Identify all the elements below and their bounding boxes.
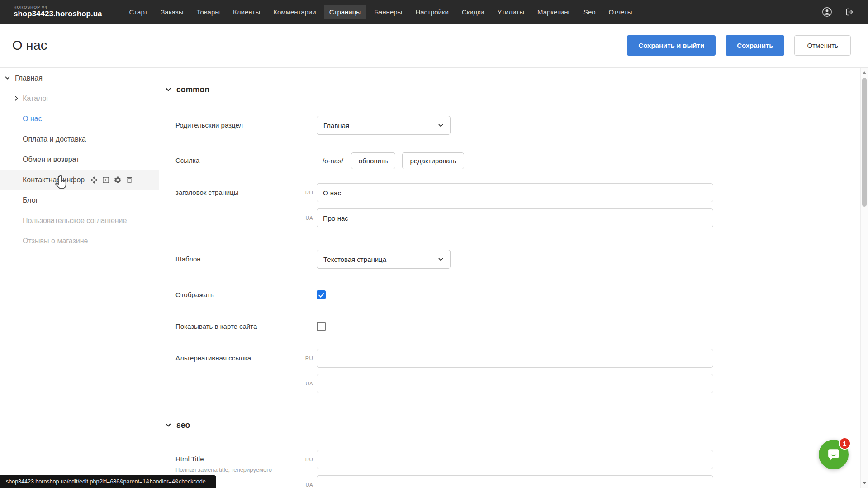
- page-slug: /o-nas/: [317, 157, 343, 165]
- menu-item-orders[interactable]: Заказы: [155, 5, 189, 19]
- html-title-ru-input[interactable]: [317, 450, 713, 469]
- tree-item-blog[interactable]: Блог: [0, 190, 159, 210]
- tree-item-about[interactable]: О нас: [0, 109, 159, 129]
- edit-link-button[interactable]: редактировать: [402, 152, 464, 169]
- scrollbar-thumb[interactable]: [862, 78, 867, 207]
- menu-item-banners[interactable]: Баннеры: [369, 5, 408, 19]
- menu-item-reports[interactable]: Отчеты: [603, 5, 638, 19]
- tree-item-label: Главная: [15, 74, 43, 82]
- template-value: Текстовая страница: [323, 256, 386, 263]
- move-icon[interactable]: [90, 176, 98, 184]
- save-and-exit-button[interactable]: Сохранить и выйти: [627, 35, 716, 56]
- page-title: О нас: [12, 38, 47, 53]
- parent-section-label: Родительский раздел: [175, 121, 300, 130]
- tree-item-label: О нас: [23, 115, 42, 123]
- sitemap-label: Показывать в карте сайта: [175, 322, 300, 331]
- chat-bubble-icon: [825, 446, 842, 463]
- menu-item-pages[interactable]: Страницы: [324, 5, 366, 19]
- lang-tag-ru: RU: [299, 190, 313, 195]
- cancel-button[interactable]: Отменить: [794, 35, 851, 56]
- chat-unread-badge: 1: [839, 437, 851, 450]
- scrollbar-up-arrow[interactable]: [863, 71, 866, 74]
- alt-link-ua-input[interactable]: [317, 374, 713, 393]
- page-heading-ru-input[interactable]: [317, 183, 713, 202]
- tree-item-actions: [90, 176, 133, 184]
- menu-item-marketing[interactable]: Маркетинг: [532, 5, 576, 19]
- menu-item-comments[interactable]: Комментарии: [268, 5, 321, 19]
- top-navbar: HOROSHOP V4 shop34423.horoshop.ua Старт …: [0, 0, 868, 24]
- tree-item-payment-delivery[interactable]: Оплата и доставка: [0, 129, 159, 149]
- html-title-hint: Полная замена title, генерируемого: [175, 466, 300, 474]
- tree-item-exchange-return[interactable]: Обмен и возврат: [0, 149, 159, 170]
- alt-link-label: Альтернативная ссылка: [175, 354, 300, 363]
- chevron-down-icon: [165, 422, 171, 428]
- add-page-icon[interactable]: [102, 176, 110, 184]
- main-menu: Старт Заказы Товары Клиенты Комментарии …: [124, 5, 638, 19]
- menu-item-settings[interactable]: Настройки: [410, 5, 454, 19]
- page-heading-label: заголовок страницы: [175, 188, 300, 197]
- display-label: Отображать: [175, 290, 300, 299]
- parent-section-select[interactable]: Главная: [317, 116, 451, 135]
- lang-tag-ua: UA: [299, 215, 313, 221]
- parent-section-value: Главная: [323, 122, 349, 129]
- pages-tree-sidebar: Главная Каталог О нас Оплата и доставка …: [0, 68, 159, 488]
- settings-gear-icon[interactable]: [114, 176, 122, 184]
- logout-icon[interactable]: [845, 7, 854, 17]
- save-button[interactable]: Сохранить: [726, 35, 784, 56]
- lang-tag-ru: RU: [299, 457, 313, 462]
- sitemap-checkbox[interactable]: [317, 322, 326, 331]
- tree-item-catalog[interactable]: Каталог: [0, 88, 159, 109]
- tree-item-label: Каталог: [23, 95, 49, 103]
- section-common-label: common: [176, 85, 209, 95]
- chevron-down-icon[interactable]: [5, 75, 10, 81]
- brand-logo[interactable]: HOROSHOP V4 shop34423.horoshop.ua: [14, 5, 102, 19]
- menu-item-clients[interactable]: Клиенты: [228, 5, 266, 19]
- tree-item-label: Оплата и доставка: [23, 135, 86, 143]
- tree-item-user-agreement[interactable]: Пользовательское соглашение: [0, 210, 159, 231]
- page-heading-ua-input[interactable]: [317, 208, 713, 227]
- page-header: О нас Сохранить и выйти Сохранить Отмени…: [0, 24, 868, 68]
- scrollbar-down-arrow[interactable]: [863, 482, 866, 484]
- tree-item-label: Пользовательское соглашение: [23, 217, 127, 225]
- template-label: Шаблон: [175, 255, 300, 264]
- display-checkbox[interactable]: [317, 290, 326, 299]
- tree-item-label: Обмен и возврат: [23, 156, 79, 164]
- section-seo[interactable]: seo: [165, 420, 860, 431]
- html-title-label: Html Title Полная замена title, генериру…: [175, 455, 300, 474]
- section-seo-label: seo: [176, 421, 190, 430]
- delete-trash-icon[interactable]: [125, 176, 133, 184]
- chevron-right-icon[interactable]: [14, 95, 19, 101]
- vertical-scrollbar[interactable]: [860, 68, 868, 488]
- account-icon[interactable]: [822, 7, 832, 17]
- header-actions: Сохранить и выйти Сохранить Отменить: [627, 35, 851, 56]
- link-preview-statusbar: shop34423.horoshop.ua/edit/edit.php?id=6…: [0, 475, 216, 488]
- brand-domain-label: shop34423.horoshop.ua: [14, 10, 102, 19]
- tree-item-label: Блог: [23, 196, 38, 204]
- lang-tag-ua: UA: [299, 482, 313, 488]
- tree-item-label: Отзывы о магазине: [23, 237, 88, 245]
- menu-item-discounts[interactable]: Скидки: [456, 5, 489, 19]
- menu-item-start[interactable]: Старт: [124, 5, 153, 19]
- chat-launcher-button[interactable]: 1: [819, 440, 849, 469]
- refresh-link-button[interactable]: обновить: [351, 152, 396, 169]
- template-select[interactable]: Текстовая страница: [317, 250, 451, 269]
- menu-item-seo[interactable]: Seo: [578, 5, 601, 19]
- menu-item-products[interactable]: Товары: [191, 5, 225, 19]
- chevron-down-icon: [438, 123, 444, 128]
- chevron-down-icon: [438, 256, 444, 262]
- tree-item-home[interactable]: Главная: [0, 68, 159, 88]
- menu-item-utilities[interactable]: Утилиты: [492, 5, 530, 19]
- link-label: Ссылка: [175, 156, 300, 165]
- tree-item-label: Контактная инфор: [23, 176, 85, 184]
- page-edit-form: common Родительский раздел Главная Ссылк…: [159, 68, 860, 488]
- alt-link-ru-input[interactable]: [317, 349, 713, 368]
- section-common[interactable]: common: [165, 84, 860, 95]
- html-title-label-text: Html Title: [175, 455, 300, 464]
- lang-tag-ua: UA: [299, 381, 313, 386]
- tree-item-contact-info[interactable]: Контактная инфор: [0, 170, 159, 190]
- html-title-ua-input[interactable]: [317, 475, 713, 488]
- statusbar-url: shop34423.horoshop.ua/edit/edit.php?id=6…: [6, 479, 210, 485]
- lang-tag-ru: RU: [299, 355, 313, 361]
- chevron-down-icon: [165, 86, 171, 93]
- tree-item-store-reviews[interactable]: Отзывы о магазине: [0, 231, 159, 251]
